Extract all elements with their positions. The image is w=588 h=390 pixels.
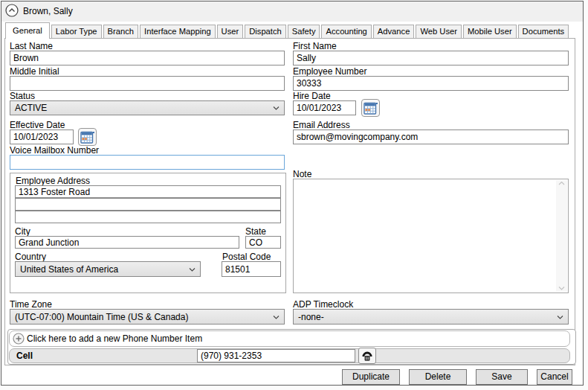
tab-user[interactable]: User [217,25,244,38]
calendar-icon [364,101,378,115]
email-address-input[interactable] [293,130,569,144]
chevron-down-icon [273,106,280,110]
employee-address-label: Employee Address [16,176,90,186]
window-header [1,1,583,22]
tab-interface-mapping[interactable]: Interface Mapping [140,25,216,38]
employee-form-window: Brown, Sally General Labor Type Branch I… [0,0,588,390]
state-input[interactable] [245,236,281,249]
status-label: Status [10,91,35,101]
effective-date-label: Effective Date [10,120,65,130]
email-address-label: Email Address [293,120,350,130]
tab-strip: General Labor Type Branch Interface Mapp… [5,22,569,39]
voice-mailbox-label: Voice Mailbox Number [10,145,99,156]
tab-documents[interactable]: Documents [518,25,569,38]
employee-number-input[interactable] [293,76,569,91]
delete-button[interactable]: Delete [409,369,467,385]
status-value: ACTIVE [15,103,47,113]
city-label: City [15,226,30,237]
time-zone-combobox[interactable]: (UTC-07:00) Mountain Time (US & Canada) [10,309,285,325]
save-button[interactable]: Save [476,369,528,385]
duplicate-button[interactable]: Duplicate [342,369,400,385]
plus-circle-icon [13,333,25,345]
last-name-label: Last Name [10,41,53,51]
phone-type-label: Cell [16,351,33,361]
chevron-down-icon [273,316,280,319]
country-value: United States of America [20,264,118,275]
address-line1-input[interactable] [15,185,281,198]
scroll-up-icon[interactable] [558,182,565,185]
calendar-icon [80,130,94,144]
phone-number-input[interactable] [197,349,355,362]
tab-dispatch[interactable]: Dispatch [245,25,286,38]
hire-date-input[interactable] [293,100,356,115]
employee-number-label: Employee Number [293,66,366,77]
status-combobox[interactable]: ACTIVE [10,100,285,115]
note-label: Note [293,169,311,179]
phone-icon [361,350,373,362]
middle-initial-label: Middle Initial [10,66,59,77]
voice-mailbox-input[interactable] [10,155,285,170]
tab-safety[interactable]: Safety [288,25,320,38]
adp-timeclock-label: ADP Timeclock [293,299,353,310]
add-phone-row[interactable]: Click here to add a new Phone Number Ite… [9,330,570,347]
effective-date-input[interactable] [10,130,74,144]
effective-date-calendar-button[interactable] [78,128,97,146]
add-phone-label: Click here to add a new Phone Number Ite… [27,333,202,344]
postal-code-label: Postal Code [222,252,271,262]
first-name-label: First Name [293,41,337,51]
phone-dial-button[interactable] [358,348,376,364]
tab-branch[interactable]: Branch [103,25,138,38]
tab-web-user[interactable]: Web User [416,25,462,38]
cancel-button[interactable]: Cancel [537,369,572,385]
chevron-down-icon [189,268,196,272]
tab-accounting[interactable]: Accounting [321,25,371,38]
address-line3-input[interactable] [15,211,281,223]
chevron-down-icon [557,316,563,319]
collapse-button[interactable] [5,4,19,17]
postal-code-input[interactable] [222,261,281,277]
hire-date-calendar-button[interactable] [361,99,380,117]
first-name-input[interactable] [293,51,569,65]
tab-labor-type[interactable]: Labor Type [51,25,102,38]
chevron-up-icon [5,4,19,17]
time-zone-label: Time Zone [10,299,52,310]
note-scrollbar[interactable] [556,180,567,292]
tab-general[interactable]: General [5,22,50,39]
scroll-down-icon[interactable] [558,287,565,290]
country-combobox[interactable]: United States of America [15,261,201,277]
note-textarea[interactable] [293,179,569,293]
city-input[interactable] [15,236,239,249]
hire-date-label: Hire Date [293,91,331,101]
adp-timeclock-value: -none- [298,312,324,322]
time-zone-value: (UTC-07:00) Mountain Time (US & Canada) [15,312,188,322]
last-name-input[interactable] [10,51,285,65]
state-label: State [245,226,266,237]
tab-advance[interactable]: Advance [373,25,415,38]
country-label: Country [15,252,46,262]
tab-mobile-user[interactable]: Mobile User [463,25,517,38]
middle-initial-input[interactable] [10,76,285,91]
window-title: Brown, Sally [23,6,73,16]
adp-timeclock-combobox[interactable]: -none- [293,309,569,325]
address-line2-input[interactable] [15,198,281,211]
